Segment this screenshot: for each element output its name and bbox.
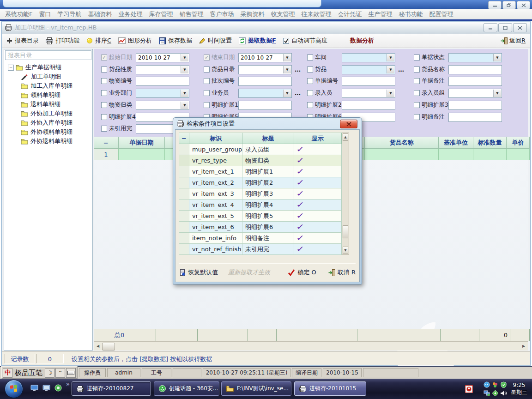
- filter-combobox[interactable]: ▼: [238, 65, 292, 74]
- filter-checkbox[interactable]: [204, 78, 210, 84]
- dialog-table-row[interactable]: vr_not_ref_finish未引用完✓: [179, 244, 342, 255]
- row-selector-cell[interactable]: [179, 211, 189, 222]
- dialog-table-row[interactable]: vr_item_ext_4明细扩展4✓: [179, 200, 342, 211]
- field-shown-cell[interactable]: ✓: [294, 166, 342, 177]
- horizontal-scrollbar[interactable]: ◀ ▶: [94, 341, 528, 351]
- 360-quick-icon[interactable]: [54, 384, 62, 392]
- ime-mode-icon[interactable]: 中: [3, 368, 12, 378]
- filter-checkbox[interactable]: [414, 54, 420, 60]
- filter-checkbox[interactable]: [101, 102, 107, 108]
- dialog-scroll-thumb[interactable]: [343, 225, 348, 238]
- filter-combobox[interactable]: ▼: [342, 89, 395, 98]
- dialog-close-button[interactable]: [340, 120, 357, 128]
- window-minimize-button[interactable]: [484, 23, 497, 32]
- window-close-button[interactable]: [513, 23, 527, 32]
- field-shown-cell[interactable]: ✓: [294, 244, 342, 255]
- dropdown-arrow-icon[interactable]: ▼: [387, 54, 394, 61]
- field-shown-cell[interactable]: ✓: [294, 177, 342, 188]
- ime-keyboard-icon[interactable]: [66, 368, 76, 378]
- grid-cell[interactable]: [473, 149, 507, 160]
- dropdown-arrow-icon[interactable]: ▼: [283, 66, 291, 73]
- dialog-table-row[interactable]: vr_item_ext_1明细扩展1✓: [179, 166, 342, 177]
- dropdown-arrow-icon[interactable]: ▼: [181, 90, 188, 97]
- filter-combobox[interactable]: ▼: [342, 53, 395, 62]
- dialog-column-header[interactable]: 标识: [189, 133, 242, 144]
- filter-combobox[interactable]: ▼: [448, 53, 502, 62]
- grid-column-header[interactable]: −: [94, 137, 119, 149]
- auto-height-checkbox[interactable]: 自动调节高度: [283, 36, 327, 45]
- filter-checkbox[interactable]: [204, 66, 210, 73]
- filter-combobox[interactable]: ▼: [136, 101, 189, 110]
- menu-item[interactable]: 库存管理: [145, 10, 176, 18]
- menu-item[interactable]: 会计凭证: [334, 10, 365, 18]
- sidebar-item-2[interactable]: 加工入库单明细: [4, 81, 92, 91]
- dialog-table-row[interactable]: vr_item_ext_6明细扩展6✓: [179, 222, 342, 233]
- filter-combobox[interactable]: ▼: [342, 65, 395, 74]
- scroll-up-icon[interactable]: ▲: [343, 133, 348, 141]
- filter-checkbox[interactable]: [414, 78, 420, 84]
- filter-combobox[interactable]: 2010-10-27▼: [238, 53, 292, 62]
- filter-checkbox[interactable]: ✓: [101, 54, 107, 60]
- dropdown-arrow-icon[interactable]: ▼: [283, 54, 291, 61]
- menu-item[interactable]: 系统功能F: [2, 10, 36, 18]
- filter-checkbox[interactable]: [101, 90, 107, 96]
- row-selector-cell[interactable]: [179, 155, 189, 166]
- grid-cell[interactable]: [507, 149, 530, 160]
- filter-combobox[interactable]: 2010-10-27▼: [136, 53, 189, 62]
- tray-network-icon[interactable]: [483, 389, 490, 397]
- grid-cell[interactable]: [119, 149, 165, 160]
- menu-item[interactable]: 生产管理: [365, 10, 395, 18]
- filter-input[interactable]: [342, 101, 395, 110]
- scroll-right-icon[interactable]: ▶: [520, 343, 527, 350]
- filter-checkbox[interactable]: [307, 90, 313, 96]
- filter-input[interactable]: [136, 77, 189, 86]
- field-shown-cell[interactable]: ✓: [294, 144, 342, 155]
- dialog-scrollbar[interactable]: ▲ ▼: [342, 133, 349, 255]
- filter-input[interactable]: [448, 77, 502, 86]
- ok-button[interactable]: 确定 O: [288, 268, 316, 277]
- taskbar-button[interactable]: 进销存-20100827: [72, 381, 151, 396]
- filter-input[interactable]: [448, 65, 502, 74]
- filter-checkbox[interactable]: [307, 102, 313, 108]
- dialog-column-header[interactable]: 显示: [294, 133, 342, 144]
- dropdown-arrow-icon[interactable]: ▼: [387, 66, 394, 73]
- sidebar-item-7[interactable]: 外协领料单明细: [4, 127, 92, 137]
- sort-button[interactable]: 排序C: [86, 36, 111, 45]
- dialog-table-row[interactable]: vr_item_ext_2明细扩展2✓: [179, 177, 342, 188]
- print-button[interactable]: 打印功能: [46, 36, 79, 45]
- grid-column-header[interactable]: 标准数量: [473, 137, 507, 149]
- menu-item[interactable]: 客户市场: [206, 10, 237, 18]
- collapse-icon[interactable]: −: [8, 65, 14, 71]
- ime-toolbar[interactable]: 中 极品五笔 ☽ ”: [1, 366, 78, 379]
- filter-combobox[interactable]: ▼: [136, 65, 189, 74]
- menu-item[interactable]: 采购资料: [237, 10, 267, 18]
- row-selector-cell[interactable]: [179, 188, 189, 200]
- chevron-more-icon[interactable]: »: [66, 381, 70, 387]
- dropdown-arrow-icon[interactable]: ▼: [181, 102, 188, 109]
- filter-combobox[interactable]: ▼: [448, 89, 502, 98]
- dropdown-arrow-icon[interactable]: ▼: [493, 54, 501, 61]
- row-selector-cell[interactable]: [179, 177, 189, 188]
- filter-checkbox[interactable]: [414, 114, 420, 120]
- filter-checkbox[interactable]: [101, 114, 107, 120]
- menu-item[interactable]: 基础资料: [85, 10, 115, 18]
- restore-defaults-button[interactable]: 恢复默认值: [179, 268, 218, 277]
- window-titlebar[interactable]: 加工单明细 - vr_item_rep.HB: [2, 22, 530, 34]
- dropdown-arrow-icon[interactable]: ▼: [387, 90, 394, 97]
- filter-checkbox[interactable]: [414, 90, 420, 96]
- filter-input[interactable]: [448, 101, 502, 110]
- save-data-button[interactable]: 保存数据: [159, 36, 192, 45]
- filter-checkbox[interactable]: [101, 78, 107, 84]
- filter-checkbox[interactable]: [414, 102, 420, 108]
- ime-moon-icon[interactable]: ☽: [45, 368, 54, 378]
- filter-combobox[interactable]: ▼: [238, 89, 292, 98]
- field-shown-cell[interactable]: ✓: [294, 200, 342, 211]
- grid-column-header[interactable]: 单据日期: [119, 137, 165, 149]
- taskbar-clock[interactable]: 9:25 星期三: [511, 382, 527, 396]
- taskbar-button[interactable]: 创建话题 - 360安...: [154, 381, 219, 396]
- tray-shield-icon[interactable]: [500, 381, 507, 388]
- time-setting-button[interactable]: 时间设置: [199, 36, 232, 45]
- dropdown-arrow-icon[interactable]: ▼: [181, 54, 188, 61]
- ellipsis-button[interactable]: …: [295, 66, 301, 73]
- dropdown-arrow-icon[interactable]: ▼: [181, 66, 188, 73]
